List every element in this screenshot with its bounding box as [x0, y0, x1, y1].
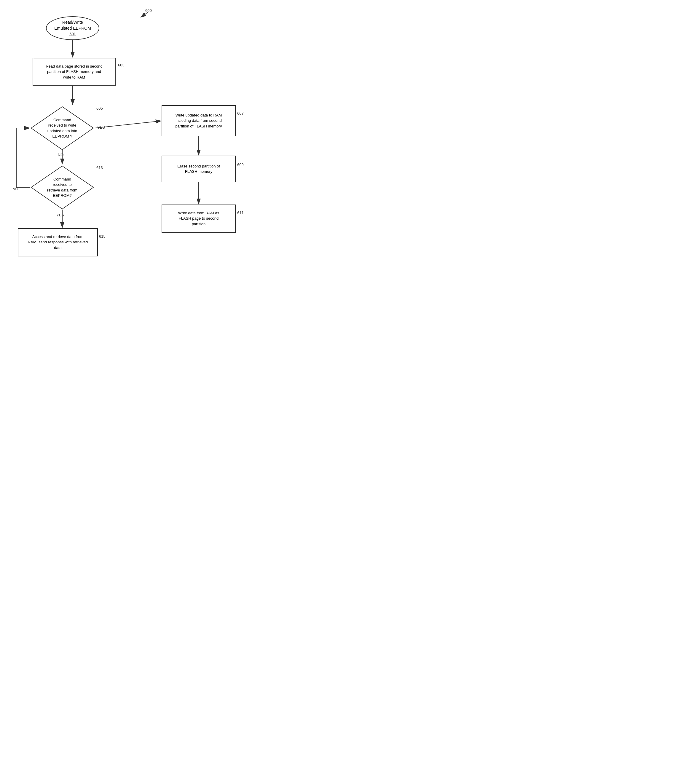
no-613: NO: [12, 187, 18, 191]
node-615-id: 615: [99, 234, 105, 239]
node-611-id: 611: [237, 211, 244, 215]
node-607: Write updated data to RAM including data…: [161, 105, 236, 136]
yes-605: YES: [97, 125, 105, 130]
flowchart-diagram: 600 Read/Write Emulated EEPROM 601 Read …: [0, 0, 267, 302]
svg-line-3: [141, 12, 148, 17]
arrows-overlay: [0, 0, 267, 302]
node-609-id: 609: [237, 162, 244, 167]
no-605: NO: [58, 153, 64, 157]
start-label: Read/Write Emulated EEPROM: [54, 20, 91, 31]
diamond-605: Command received to write updated data i…: [30, 105, 95, 151]
node-613-id: 613: [96, 165, 103, 170]
node-603: Read data page stored in second partitio…: [33, 58, 115, 86]
diamond-605-label: Command received to write updated data i…: [30, 105, 95, 151]
yes-613: YES: [56, 213, 64, 217]
diagram-title: 600: [145, 8, 152, 13]
node-605-id: 605: [96, 106, 103, 110]
start-node: Read/Write Emulated EEPROM 601: [46, 16, 99, 40]
node-611: Write data from RAM as FLASH page to sec…: [161, 204, 236, 233]
node-603-id: 603: [118, 63, 125, 67]
node-609: Erase second partition of FLASH memory: [161, 156, 236, 182]
node-615: Access and retrieve data from RAM, send …: [18, 228, 98, 256]
diamond-613-label: Command received to retrieve data from E…: [30, 165, 95, 211]
node-607-id: 607: [237, 111, 244, 115]
start-id: 601: [54, 31, 91, 37]
diamond-613: Command received to retrieve data from E…: [30, 165, 95, 211]
